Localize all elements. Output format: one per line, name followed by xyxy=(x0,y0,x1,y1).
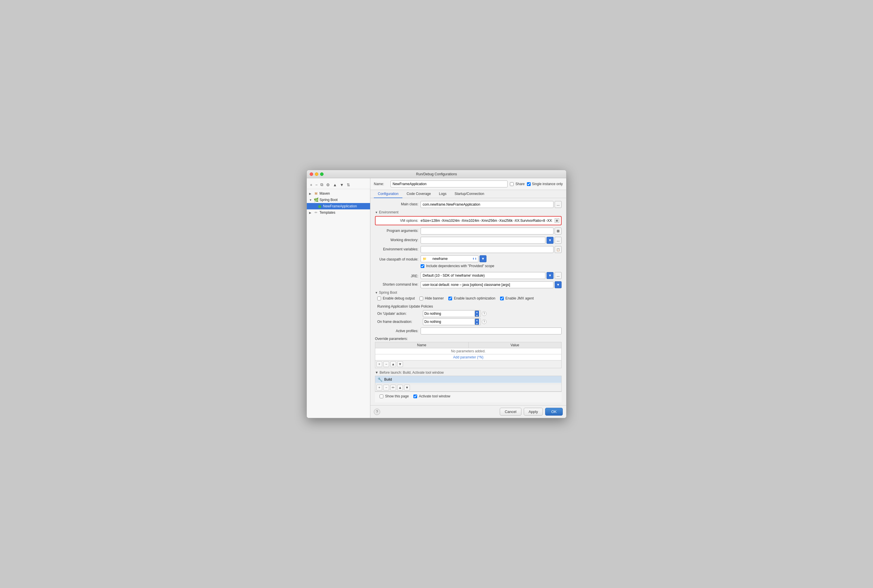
move-up-before-launch-button[interactable]: ▲ xyxy=(397,385,403,390)
spring-boot-section-arrow[interactable]: ▼ xyxy=(375,291,378,294)
sort-button[interactable]: ⇅ xyxy=(346,182,351,188)
sidebar: + − ⧉ ⚙ ▲ ▼ ⇅ ▶ M Maven ▼ 🌿 Spring Boot xyxy=(307,178,370,418)
add-before-launch-button[interactable]: + xyxy=(376,385,382,390)
main-class-row: Main class: ... xyxy=(375,201,562,208)
on-deactivation-help-icon[interactable]: ? xyxy=(482,320,486,324)
add-override-button[interactable]: + xyxy=(376,361,382,367)
env-vars-input[interactable] xyxy=(421,246,554,253)
program-args-expand-button[interactable]: ⊞ xyxy=(555,228,562,234)
maven-label: Maven xyxy=(320,192,368,195)
maven-icon: M xyxy=(314,191,318,196)
tab-logs[interactable]: Logs xyxy=(435,190,450,198)
override-section: Override parameters: Name Value No param… xyxy=(375,337,562,368)
run-debug-configurations-window: Run/Debug Configurations + − ⧉ ⚙ ▲ ▼ ⇅ ▶… xyxy=(306,170,567,418)
include-deps-label: Include dependencies with "Provided" sco… xyxy=(426,264,494,268)
override-table-toolbar: + − ▲ ▼ xyxy=(375,360,562,368)
bottom-options: Show this page Activate tool window xyxy=(375,392,562,402)
move-down-override-button[interactable]: ▼ xyxy=(397,361,403,367)
share-checkbox[interactable] xyxy=(510,182,514,186)
move-up-override-button[interactable]: ▲ xyxy=(390,361,396,367)
on-deactivation-arrows[interactable]: ▲ ▼ xyxy=(475,318,479,325)
show-page-checkbox[interactable] xyxy=(380,394,383,398)
help-button[interactable]: ? xyxy=(374,409,380,415)
tab-code-coverage[interactable]: Code Coverage xyxy=(402,190,435,198)
enable-debug-checkbox[interactable] xyxy=(377,297,381,300)
environment-section-header: ▼ Environment xyxy=(375,210,562,214)
close-button[interactable] xyxy=(310,172,313,176)
before-launch-section: ▼ Before launch: Build, Activate tool wi… xyxy=(375,370,562,392)
program-args-control: ⊞ xyxy=(421,228,562,234)
add-param-row[interactable]: Add parameter (^N) xyxy=(375,354,562,360)
remove-before-launch-button[interactable]: − xyxy=(383,385,389,390)
jre-input[interactable] xyxy=(421,272,545,279)
shorten-cmd-dropdown-button[interactable]: ▼ xyxy=(555,281,562,288)
single-instance-checkbox[interactable] xyxy=(527,182,531,186)
main-class-input[interactable] xyxy=(421,201,554,208)
copy-config-button[interactable]: ⧉ xyxy=(320,182,324,188)
spring-boot-icon: 🌿 xyxy=(314,198,318,202)
working-dir-row: Working directory: ▼ ... xyxy=(375,237,562,244)
enable-launch-opt-checkbox[interactable] xyxy=(448,297,452,300)
templates-label: Templates xyxy=(320,210,368,214)
vm-options-expand-button[interactable]: ⊞ xyxy=(555,218,559,223)
form-content: Main class: ... ▼ Environment VM options… xyxy=(370,198,566,405)
move-up-button[interactable]: ▲ xyxy=(332,182,338,188)
sidebar-item-newframe[interactable]: ⬤ NewFrameApplication xyxy=(307,203,370,209)
on-update-arrows[interactable]: ▲ ▼ xyxy=(475,310,479,317)
program-args-label: Program arguments: xyxy=(375,228,418,233)
tab-configuration[interactable]: Configuration xyxy=(374,190,402,198)
move-down-before-launch-button[interactable]: ▼ xyxy=(404,385,410,390)
jre-browse-button[interactable]: ... xyxy=(555,272,562,279)
enable-launch-opt-label: Enable launch optimization xyxy=(454,296,495,300)
name-input[interactable] xyxy=(391,180,508,188)
working-dir-input[interactable] xyxy=(421,237,545,244)
ok-button[interactable]: OK xyxy=(545,408,563,416)
on-update-help-icon[interactable]: ? xyxy=(482,311,486,316)
spring-boot-section-header: ▼ Spring Boot xyxy=(375,291,562,295)
share-label: Share xyxy=(515,182,525,186)
window-title: Run/Debug Configurations xyxy=(416,172,457,176)
titlebar: Run/Debug Configurations xyxy=(307,170,566,178)
include-deps-checkbox[interactable] xyxy=(421,264,424,268)
share-row: Share xyxy=(510,182,525,186)
main-class-browse-button[interactable]: ... xyxy=(555,201,562,208)
tab-startup-connection[interactable]: Startup/Connection xyxy=(450,190,488,198)
minimize-button[interactable] xyxy=(315,172,318,176)
before-launch-arrow[interactable]: ▼ xyxy=(375,370,378,375)
jre-dropdown-button[interactable]: ▼ xyxy=(547,272,554,279)
activate-tool-window-row: Activate tool window xyxy=(413,394,450,398)
cancel-button[interactable]: Cancel xyxy=(500,408,521,416)
program-args-input[interactable] xyxy=(421,228,554,234)
hide-banner-checkbox[interactable] xyxy=(420,297,423,300)
vm-options-input[interactable] xyxy=(421,218,552,224)
apply-button[interactable]: Apply xyxy=(524,408,543,416)
activate-tool-window-label: Activate tool window xyxy=(419,394,450,398)
settings-button[interactable]: ⚙ xyxy=(325,182,331,188)
sidebar-item-templates[interactable]: ▶ ✏ Templates xyxy=(307,209,370,216)
add-config-button[interactable]: + xyxy=(309,182,313,188)
enable-jmx-checkbox[interactable] xyxy=(500,297,504,300)
build-item[interactable]: 🔧 Build xyxy=(375,376,561,383)
override-params-label: Override parameters: xyxy=(375,337,562,341)
templates-expand-arrow: ▶ xyxy=(309,211,313,214)
activate-tool-window-checkbox[interactable] xyxy=(413,394,417,398)
add-param-link[interactable]: Add parameter (^N) xyxy=(375,354,562,360)
show-page-label: Show this page xyxy=(385,394,409,398)
module-select[interactable]: 📁 newframe xyxy=(421,255,478,262)
sidebar-item-spring-boot[interactable]: ▼ 🌿 Spring Boot xyxy=(307,196,370,203)
env-vars-browse-button[interactable]: 📋 xyxy=(555,246,562,253)
shorten-cmd-input[interactable] xyxy=(421,281,554,288)
single-instance-row: Single instance only xyxy=(527,182,563,186)
working-dir-dropdown-button[interactable]: ▼ xyxy=(547,237,554,244)
remove-config-button[interactable]: − xyxy=(314,182,318,188)
working-dir-browse-button[interactable]: ... xyxy=(555,237,562,244)
edit-before-launch-button[interactable]: ✏ xyxy=(390,385,396,390)
module-dropdown-button[interactable]: ▼ xyxy=(480,255,486,262)
move-down-button[interactable]: ▼ xyxy=(339,182,345,188)
on-update-row: On 'Update' action: Do nothing ▲ ▼ ? xyxy=(377,310,562,317)
maximize-button[interactable] xyxy=(320,172,324,176)
sidebar-item-maven[interactable]: ▶ M Maven xyxy=(307,190,370,196)
active-profiles-input[interactable] xyxy=(421,327,562,334)
environment-arrow[interactable]: ▼ xyxy=(375,211,378,214)
remove-override-button[interactable]: − xyxy=(383,361,389,367)
